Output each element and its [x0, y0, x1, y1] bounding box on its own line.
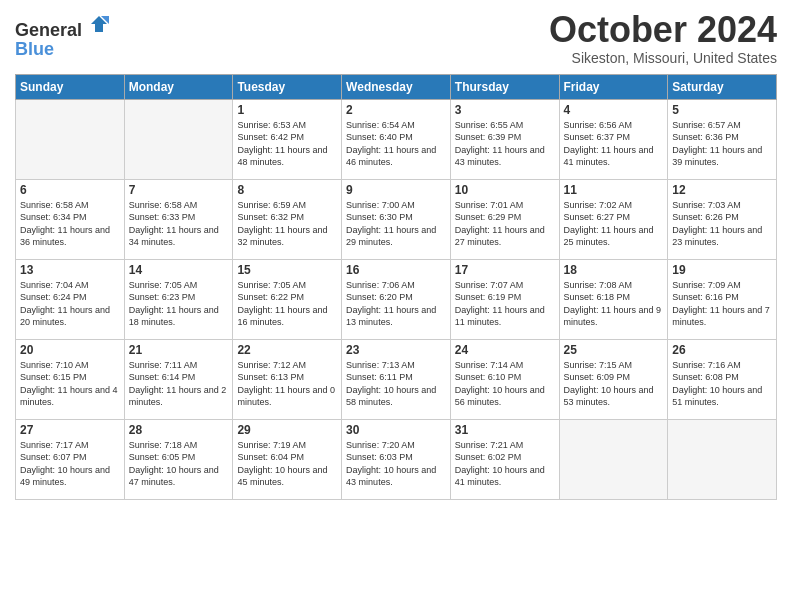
day-info: Sunrise: 7:08 AM Sunset: 6:18 PM Dayligh… [564, 279, 664, 329]
logo-general: General [15, 20, 82, 40]
day-info: Sunrise: 6:53 AM Sunset: 6:42 PM Dayligh… [237, 119, 337, 169]
day-info: Sunrise: 7:21 AM Sunset: 6:02 PM Dayligh… [455, 439, 555, 489]
day-info: Sunrise: 6:59 AM Sunset: 6:32 PM Dayligh… [237, 199, 337, 249]
day-number: 4 [564, 103, 664, 117]
day-number: 12 [672, 183, 772, 197]
day-number: 30 [346, 423, 446, 437]
header-monday: Monday [124, 74, 233, 99]
subtitle: Sikeston, Missouri, United States [549, 50, 777, 66]
day-info: Sunrise: 7:04 AM Sunset: 6:24 PM Dayligh… [20, 279, 120, 329]
header-friday: Friday [559, 74, 668, 99]
day-number: 24 [455, 343, 555, 357]
calendar-cell: 15Sunrise: 7:05 AM Sunset: 6:22 PM Dayli… [233, 259, 342, 339]
calendar-cell: 21Sunrise: 7:11 AM Sunset: 6:14 PM Dayli… [124, 339, 233, 419]
calendar-cell: 20Sunrise: 7:10 AM Sunset: 6:15 PM Dayli… [16, 339, 125, 419]
day-info: Sunrise: 7:12 AM Sunset: 6:13 PM Dayligh… [237, 359, 337, 409]
header-saturday: Saturday [668, 74, 777, 99]
calendar-cell: 23Sunrise: 7:13 AM Sunset: 6:11 PM Dayli… [342, 339, 451, 419]
day-info: Sunrise: 7:18 AM Sunset: 6:05 PM Dayligh… [129, 439, 229, 489]
day-info: Sunrise: 7:07 AM Sunset: 6:19 PM Dayligh… [455, 279, 555, 329]
calendar-cell: 19Sunrise: 7:09 AM Sunset: 6:16 PM Dayli… [668, 259, 777, 339]
day-info: Sunrise: 7:00 AM Sunset: 6:30 PM Dayligh… [346, 199, 446, 249]
calendar-cell: 8Sunrise: 6:59 AM Sunset: 6:32 PM Daylig… [233, 179, 342, 259]
day-info: Sunrise: 7:17 AM Sunset: 6:07 PM Dayligh… [20, 439, 120, 489]
calendar-cell: 10Sunrise: 7:01 AM Sunset: 6:29 PM Dayli… [450, 179, 559, 259]
logo-icon [89, 14, 109, 34]
day-number: 17 [455, 263, 555, 277]
logo: General Blue [15, 14, 109, 59]
calendar-cell [16, 99, 125, 179]
calendar-cell: 4Sunrise: 6:56 AM Sunset: 6:37 PM Daylig… [559, 99, 668, 179]
day-number: 21 [129, 343, 229, 357]
day-number: 6 [20, 183, 120, 197]
day-number: 8 [237, 183, 337, 197]
day-info: Sunrise: 6:57 AM Sunset: 6:36 PM Dayligh… [672, 119, 772, 169]
calendar-cell: 29Sunrise: 7:19 AM Sunset: 6:04 PM Dayli… [233, 419, 342, 499]
header-thursday: Thursday [450, 74, 559, 99]
day-number: 20 [20, 343, 120, 357]
day-number: 1 [237, 103, 337, 117]
calendar-cell: 13Sunrise: 7:04 AM Sunset: 6:24 PM Dayli… [16, 259, 125, 339]
day-number: 3 [455, 103, 555, 117]
day-info: Sunrise: 6:56 AM Sunset: 6:37 PM Dayligh… [564, 119, 664, 169]
calendar-cell: 9Sunrise: 7:00 AM Sunset: 6:30 PM Daylig… [342, 179, 451, 259]
calendar-week-2: 13Sunrise: 7:04 AM Sunset: 6:24 PM Dayli… [16, 259, 777, 339]
day-info: Sunrise: 7:05 AM Sunset: 6:23 PM Dayligh… [129, 279, 229, 329]
calendar-cell: 26Sunrise: 7:16 AM Sunset: 6:08 PM Dayli… [668, 339, 777, 419]
calendar-week-0: 1Sunrise: 6:53 AM Sunset: 6:42 PM Daylig… [16, 99, 777, 179]
calendar-cell: 25Sunrise: 7:15 AM Sunset: 6:09 PM Dayli… [559, 339, 668, 419]
day-number: 18 [564, 263, 664, 277]
day-info: Sunrise: 7:10 AM Sunset: 6:15 PM Dayligh… [20, 359, 120, 409]
calendar-cell [559, 419, 668, 499]
calendar-cell: 7Sunrise: 6:58 AM Sunset: 6:33 PM Daylig… [124, 179, 233, 259]
calendar-cell: 3Sunrise: 6:55 AM Sunset: 6:39 PM Daylig… [450, 99, 559, 179]
day-number: 31 [455, 423, 555, 437]
day-info: Sunrise: 7:19 AM Sunset: 6:04 PM Dayligh… [237, 439, 337, 489]
day-number: 7 [129, 183, 229, 197]
calendar-cell: 31Sunrise: 7:21 AM Sunset: 6:02 PM Dayli… [450, 419, 559, 499]
day-info: Sunrise: 7:14 AM Sunset: 6:10 PM Dayligh… [455, 359, 555, 409]
day-info: Sunrise: 7:13 AM Sunset: 6:11 PM Dayligh… [346, 359, 446, 409]
day-info: Sunrise: 6:55 AM Sunset: 6:39 PM Dayligh… [455, 119, 555, 169]
day-number: 28 [129, 423, 229, 437]
calendar-cell: 18Sunrise: 7:08 AM Sunset: 6:18 PM Dayli… [559, 259, 668, 339]
page: General Blue October 2024 Sikeston, Miss… [0, 0, 792, 612]
calendar-cell [124, 99, 233, 179]
logo-blue: Blue [15, 39, 54, 59]
day-number: 5 [672, 103, 772, 117]
header-wednesday: Wednesday [342, 74, 451, 99]
day-info: Sunrise: 6:54 AM Sunset: 6:40 PM Dayligh… [346, 119, 446, 169]
calendar: Sunday Monday Tuesday Wednesday Thursday… [15, 74, 777, 500]
calendar-cell: 22Sunrise: 7:12 AM Sunset: 6:13 PM Dayli… [233, 339, 342, 419]
day-info: Sunrise: 6:58 AM Sunset: 6:33 PM Dayligh… [129, 199, 229, 249]
day-number: 2 [346, 103, 446, 117]
calendar-cell: 24Sunrise: 7:14 AM Sunset: 6:10 PM Dayli… [450, 339, 559, 419]
calendar-header-row: Sunday Monday Tuesday Wednesday Thursday… [16, 74, 777, 99]
day-number: 23 [346, 343, 446, 357]
calendar-cell: 16Sunrise: 7:06 AM Sunset: 6:20 PM Dayli… [342, 259, 451, 339]
day-number: 19 [672, 263, 772, 277]
day-number: 27 [20, 423, 120, 437]
calendar-cell: 11Sunrise: 7:02 AM Sunset: 6:27 PM Dayli… [559, 179, 668, 259]
day-info: Sunrise: 7:05 AM Sunset: 6:22 PM Dayligh… [237, 279, 337, 329]
day-info: Sunrise: 7:03 AM Sunset: 6:26 PM Dayligh… [672, 199, 772, 249]
day-number: 22 [237, 343, 337, 357]
calendar-cell: 17Sunrise: 7:07 AM Sunset: 6:19 PM Dayli… [450, 259, 559, 339]
calendar-cell: 12Sunrise: 7:03 AM Sunset: 6:26 PM Dayli… [668, 179, 777, 259]
header-sunday: Sunday [16, 74, 125, 99]
calendar-week-1: 6Sunrise: 6:58 AM Sunset: 6:34 PM Daylig… [16, 179, 777, 259]
day-number: 15 [237, 263, 337, 277]
day-info: Sunrise: 7:15 AM Sunset: 6:09 PM Dayligh… [564, 359, 664, 409]
calendar-cell: 2Sunrise: 6:54 AM Sunset: 6:40 PM Daylig… [342, 99, 451, 179]
day-number: 11 [564, 183, 664, 197]
day-number: 9 [346, 183, 446, 197]
calendar-cell: 1Sunrise: 6:53 AM Sunset: 6:42 PM Daylig… [233, 99, 342, 179]
calendar-cell: 27Sunrise: 7:17 AM Sunset: 6:07 PM Dayli… [16, 419, 125, 499]
calendar-cell: 14Sunrise: 7:05 AM Sunset: 6:23 PM Dayli… [124, 259, 233, 339]
day-info: Sunrise: 6:58 AM Sunset: 6:34 PM Dayligh… [20, 199, 120, 249]
day-info: Sunrise: 7:20 AM Sunset: 6:03 PM Dayligh… [346, 439, 446, 489]
calendar-week-3: 20Sunrise: 7:10 AM Sunset: 6:15 PM Dayli… [16, 339, 777, 419]
calendar-cell: 28Sunrise: 7:18 AM Sunset: 6:05 PM Dayli… [124, 419, 233, 499]
day-number: 16 [346, 263, 446, 277]
calendar-cell: 5Sunrise: 6:57 AM Sunset: 6:36 PM Daylig… [668, 99, 777, 179]
